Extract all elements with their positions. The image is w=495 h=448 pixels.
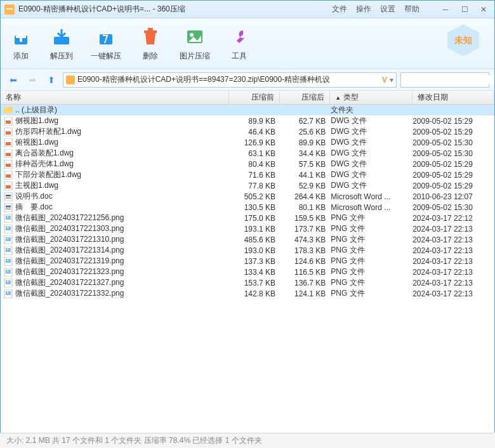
- file-list[interactable]: .. (上级目录)文件夹侧视图1.dwg89.9 KB62.7 KBDWG 文件…: [1, 105, 494, 422]
- svg-rect-33: [6, 209, 11, 209]
- file-type: DWG 文件: [331, 169, 412, 180]
- menu-operate[interactable]: 操作: [356, 4, 371, 15]
- archive-icon: [66, 76, 75, 84]
- file-type: DWG 文件: [331, 148, 412, 159]
- file-type: PNG 文件: [331, 213, 412, 223]
- file-before: 80.4 KB: [230, 160, 280, 169]
- file-type: PNG 文件: [331, 267, 412, 277]
- file-before: 77.8 KB: [230, 181, 280, 190]
- search-field[interactable]: 🔍: [400, 72, 489, 88]
- minimize-button[interactable]: ─: [439, 4, 452, 15]
- file-row[interactable]: 主视图1.dwg77.8 KB52.9 KBDWG 文件2009-05-02 1…: [1, 180, 494, 191]
- dwg-icon: [3, 171, 13, 180]
- file-row[interactable]: 微信截图_20240317221327.png153.7 KB136.7 KBP…: [1, 277, 494, 288]
- path-dropdown-icon[interactable]: ▾: [390, 76, 393, 84]
- toolbar-tool-button[interactable]: 工具: [228, 25, 251, 62]
- file-row[interactable]: 微信截图_20240317221256.png175.0 KB159.5 KBP…: [1, 213, 494, 223]
- svg-point-54: [7, 281, 8, 282]
- col-after[interactable]: 压缩后: [280, 91, 331, 104]
- col-name[interactable]: 名称: [1, 91, 229, 104]
- file-after: 89.9 KB: [280, 138, 331, 147]
- dwg-icon: [3, 117, 13, 126]
- file-row[interactable]: 说明书.doc505.2 KB264.4 KBMicrosoft Word ..…: [1, 191, 494, 202]
- file-type: DWG 文件: [331, 137, 412, 148]
- file-name: 俯视图1.dwg: [15, 137, 230, 148]
- file-type: DWG 文件: [331, 126, 412, 137]
- col-date[interactable]: 修改日期: [412, 91, 494, 104]
- file-row[interactable]: 微信截图_20240317221332.png142.8 KB124.1 KBP…: [1, 288, 494, 299]
- dwg-icon: [3, 160, 13, 169]
- svg-point-39: [7, 227, 8, 228]
- file-after: 178.3 KB: [280, 246, 331, 255]
- file-before: 193.1 KB: [230, 225, 280, 234]
- file-before: 175.0 KB: [230, 214, 280, 223]
- close-button[interactable]: ✕: [477, 4, 491, 15]
- toolbar-extract-button[interactable]: 解压到: [50, 25, 73, 62]
- file-row[interactable]: 微信截图_20240317221310.png485.6 KB474.3 KBP…: [1, 234, 494, 245]
- file-before: 505.2 KB: [230, 192, 280, 201]
- file-after: 474.3 KB: [280, 235, 331, 244]
- file-after: 80.1 KB: [280, 203, 331, 212]
- column-header: 名称 压缩前 压缩后 ▲类型 修改日期: [1, 91, 494, 105]
- toolbar-add-button[interactable]: 添加: [10, 25, 32, 62]
- extract-icon: [50, 25, 73, 48]
- file-date: 2009-05-02 15:30: [412, 203, 494, 212]
- doc-icon: [3, 192, 13, 201]
- toolbar-image-button[interactable]: 图片压缩: [180, 25, 210, 62]
- file-row[interactable]: 微信截图_20240317221314.png193.0 KB178.3 KBP…: [1, 245, 494, 256]
- toolbar-oneclick-button[interactable]: 一键解压: [91, 25, 121, 62]
- back-button[interactable]: ⬅: [6, 72, 21, 88]
- svg-rect-1: [6, 8, 13, 10]
- file-name: 排种器壳体1.dwg: [15, 159, 230, 169]
- file-date: 2024-03-17 22:12: [412, 214, 494, 223]
- file-before: 153.7 KB: [230, 279, 280, 287]
- svg-rect-4: [16, 36, 26, 38]
- file-row[interactable]: 仿形四杆装配1.dwg46.4 KB25.6 KBDWG 文件2009-05-0…: [1, 126, 494, 137]
- svg-rect-53: [6, 280, 11, 284]
- file-name: 微信截图_20240317221323.png: [15, 267, 230, 277]
- file-name: .. (上级目录): [15, 105, 230, 115]
- svg-point-51: [7, 270, 8, 272]
- file-row[interactable]: 微信截图_20240317221323.png133.4 KB116.5 KBP…: [1, 267, 494, 277]
- col-before[interactable]: 压缩前: [229, 91, 280, 104]
- up-button[interactable]: ⬆: [44, 72, 59, 88]
- maximize-button[interactable]: ☐: [458, 4, 472, 15]
- file-row[interactable]: 微信截图_20240317221303.png193.1 KB173.7 KBP…: [1, 223, 494, 234]
- forward-button[interactable]: ➡: [25, 72, 40, 88]
- file-row[interactable]: 俯视图1.dwg126.9 KB89.9 KBDWG 文件2009-05-02 …: [1, 137, 494, 148]
- toolbar-label: 解压到: [50, 51, 73, 62]
- svg-rect-21: [6, 164, 11, 167]
- file-row[interactable]: 排种器壳体1.dwg80.4 KB57.5 KBDWG 文件2009-05-02…: [1, 159, 494, 169]
- file-name: 微信截图_20240317221256.png: [15, 213, 230, 223]
- file-name: 侧视图1.dwg: [15, 115, 230, 126]
- file-date: 2024-03-17 22:13: [412, 225, 494, 234]
- svg-rect-25: [6, 185, 11, 188]
- path-field[interactable]: E0900-精密播种机设计CAD+说明书==89437=230.zip\E090…: [63, 72, 397, 88]
- sort-asc-icon: ▲: [335, 95, 341, 101]
- path-text: E0900-精密播种机设计CAD+说明书==89437=230.zip\E090…: [77, 74, 380, 85]
- toolbar-label: 工具: [232, 51, 247, 62]
- col-type[interactable]: ▲类型: [330, 91, 412, 104]
- svg-rect-19: [6, 153, 11, 156]
- png-icon: [3, 225, 13, 234]
- png-icon: [3, 289, 13, 298]
- file-type: PNG 文件: [331, 223, 412, 234]
- file-row[interactable]: 侧视图1.dwg89.9 KB62.7 KBDWG 文件2009-05-02 1…: [1, 115, 494, 126]
- menu-settings[interactable]: 设置: [380, 4, 395, 15]
- toolbar: 添加解压到一键解压删除图片压缩工具未知: [1, 18, 494, 69]
- file-date: 2009-05-02 15:29: [412, 171, 494, 180]
- file-name: 微信截图_20240317221310.png: [15, 234, 230, 245]
- search-input[interactable]: [404, 76, 495, 84]
- file-row[interactable]: 离合器装配1.dwg63.1 KB34.4 KBDWG 文件2009-05-02…: [1, 148, 494, 159]
- menu-help[interactable]: 帮助: [404, 4, 419, 15]
- file-row[interactable]: 下部分装配图1.dwg71.6 KB44.1 KBDWG 文件2009-05-0…: [1, 169, 494, 180]
- up-directory-row[interactable]: .. (上级目录)文件夹: [1, 105, 494, 115]
- status-text: 大小: 2.1 MB 共 17 个文件和 1 个文件夹 压缩率 78.4% 已经…: [6, 435, 262, 446]
- menu-file[interactable]: 文件: [332, 4, 347, 15]
- file-before: 133.4 KB: [230, 268, 280, 277]
- file-date: 2009-05-02 15:29: [412, 128, 494, 136]
- file-after: 124.6 KB: [280, 257, 331, 266]
- file-row[interactable]: 微信截图_20240317221319.png137.3 KB124.6 KBP…: [1, 256, 494, 267]
- toolbar-delete-button[interactable]: 删除: [139, 25, 162, 62]
- file-row[interactable]: 摘 要.doc130.5 KB80.1 KBMicrosoft Word ...…: [1, 202, 494, 213]
